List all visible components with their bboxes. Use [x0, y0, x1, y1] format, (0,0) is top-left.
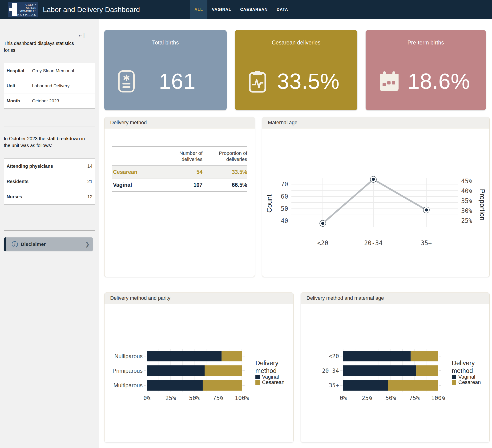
- kpi-row: Total births 161 Cesarean deliveries: [104, 30, 492, 110]
- svg-text:Count: Count: [266, 194, 273, 212]
- page-title: Labor and Delivery Dashboard: [43, 0, 140, 19]
- svg-text:50: 50: [281, 205, 288, 212]
- tab-data[interactable]: DATA: [272, 0, 293, 19]
- svg-text:50%: 50%: [189, 395, 200, 401]
- sidebar-divider: [4, 127, 95, 127]
- svg-text:20-34: 20-34: [322, 368, 339, 374]
- svg-text:method: method: [256, 367, 277, 374]
- svg-text:Proportion: Proportion: [479, 189, 486, 220]
- svg-text:0%: 0%: [143, 395, 150, 401]
- kpi-cesarean-deliveries: Cesarean deliveries 33.5%: [235, 30, 357, 110]
- agebar-card-title: Delivery method and maternal age: [301, 293, 489, 304]
- svg-text:50%: 50%: [385, 395, 396, 401]
- sidebar-intro-text: This dashboard displays statistics for:s…: [0, 38, 99, 54]
- svg-text:75%: 75%: [213, 395, 223, 401]
- calendar-icon: [379, 71, 399, 92]
- svg-text:Delivery: Delivery: [256, 359, 278, 367]
- report-icon: [118, 70, 135, 93]
- hospital-cross-icon: [9, 3, 17, 17]
- svg-text:Vaginal: Vaginal: [262, 374, 279, 380]
- collapse-sidebar-icon[interactable]: ←|: [78, 32, 85, 38]
- table-row-vaginal: Vaginal 107 66.5%: [112, 179, 247, 192]
- disclaimer-label: Disclaimer: [21, 241, 46, 247]
- svg-text:35+: 35+: [329, 382, 339, 389]
- svg-text:25%: 25%: [362, 395, 372, 401]
- chevron-right-icon: ❯: [85, 241, 90, 248]
- tab-vaginal[interactable]: VAGINAL: [207, 0, 236, 19]
- column-header-proportion: Proportion ofdeliveries: [203, 150, 247, 163]
- svg-text:Primiparous: Primiparous: [113, 368, 143, 374]
- sidebar-info-table: Hospital Grey Sloan Memorial Unit Labor …: [4, 63, 95, 109]
- agebar-card: Delivery method and maternal age <2020-3…: [301, 292, 490, 442]
- info-row-month: Month October 2023: [4, 93, 95, 109]
- parity-card-title: Delivery method and parity: [104, 293, 293, 304]
- staff-row-attendings: Attending physicians 14: [4, 159, 95, 174]
- svg-text:40: 40: [281, 217, 288, 224]
- svg-text:20-34: 20-34: [364, 239, 382, 247]
- svg-text:100%: 100%: [235, 395, 249, 401]
- navbar: GREY + SLOAN MEMORIAL HOSPITAL Labor and…: [0, 0, 492, 19]
- svg-text:60: 60: [281, 193, 288, 200]
- delivery-method-table: Number ofdeliveries Proportion ofdeliver…: [112, 146, 247, 192]
- table-row-cesarean: Cesarean 54 33.5%: [112, 165, 247, 179]
- info-row-unit: Unit Labor and Delivery: [4, 78, 95, 93]
- main-content: Total births 161 Cesarean deliveries: [99, 19, 492, 442]
- age-stacked-bar-chart: <2020-3435+0%25%50%75%100%Deliverymethod…: [301, 342, 490, 406]
- parity-card: Delivery method and parity NulliparousPr…: [104, 292, 294, 442]
- sidebar-staff-table: Attending physicians 14 Residents 21 Nur…: [4, 158, 95, 205]
- svg-text:100%: 100%: [431, 395, 445, 401]
- maternal-age-card: Maternal age 4050607025%30%35%40%45%<202…: [262, 117, 490, 277]
- svg-text:25%: 25%: [461, 217, 472, 224]
- svg-text:35%: 35%: [461, 197, 472, 204]
- kpi-preterm-births: Pre-term births 18.6%: [366, 30, 486, 110]
- nav-tabs: ALL VAGINAL CAESAREAN DATA: [190, 0, 293, 19]
- sidebar-divider: [4, 230, 95, 231]
- parity-stacked-bar-chart: NulliparousPrimiparousMultiparous0%25%50…: [104, 342, 294, 406]
- svg-text:45%: 45%: [461, 178, 472, 185]
- staff-row-residents: Residents 21: [4, 174, 95, 189]
- svg-text:Cesarean: Cesarean: [458, 379, 481, 385]
- svg-text:70: 70: [281, 181, 288, 188]
- clipboard-pulse-icon: [249, 70, 266, 93]
- disclaimer-accent-bar: [4, 237, 6, 251]
- svg-text:30%: 30%: [461, 207, 472, 214]
- sidebar: ←| This dashboard displays statistics fo…: [0, 19, 99, 448]
- hospital-logo-text: GREY + SLOAN MEMORIAL HOSPITAL: [17, 3, 37, 17]
- delivery-method-card-title: Delivery method: [104, 117, 255, 129]
- staff-row-nurses: Nurses 12: [4, 189, 95, 204]
- svg-text:Delivery: Delivery: [452, 359, 475, 367]
- svg-text:Nulliparous: Nulliparous: [114, 353, 143, 359]
- svg-text:0%: 0%: [340, 395, 347, 401]
- info-icon: i: [12, 241, 18, 247]
- column-header-number: Number ofdeliveries: [161, 150, 203, 163]
- info-row-hospital: Hospital Grey Sloan Memorial: [4, 63, 95, 78]
- svg-text:method: method: [452, 367, 473, 374]
- disclaimer-button[interactable]: i Disclaimer ❯: [4, 237, 93, 251]
- svg-text:Multiparous: Multiparous: [113, 382, 143, 388]
- svg-text:Cesarean: Cesarean: [262, 379, 284, 385]
- svg-text:Vaginal: Vaginal: [458, 374, 475, 380]
- svg-text:35+: 35+: [421, 239, 432, 247]
- maternal-age-line-chart: 4050607025%30%35%40%45%<2020-3435+CountP…: [262, 172, 490, 249]
- svg-text:25%: 25%: [165, 395, 176, 401]
- tab-all[interactable]: ALL: [190, 0, 207, 19]
- delivery-method-card: Delivery method Number ofdeliveries Prop…: [104, 117, 255, 277]
- maternal-age-card-title: Maternal age: [262, 117, 489, 129]
- sidebar-staff-intro: In October 2023 the staff breakdown in t…: [0, 133, 99, 149]
- svg-text:<20: <20: [329, 353, 339, 359]
- svg-text:40%: 40%: [461, 188, 472, 195]
- svg-text:75%: 75%: [409, 395, 420, 401]
- kpi-total-births: Total births 161: [104, 30, 227, 110]
- hospital-logo: GREY + SLOAN MEMORIAL HOSPITAL: [8, 2, 38, 17]
- tab-caesarean[interactable]: CAESAREAN: [236, 0, 272, 19]
- svg-text:<20: <20: [317, 239, 328, 247]
